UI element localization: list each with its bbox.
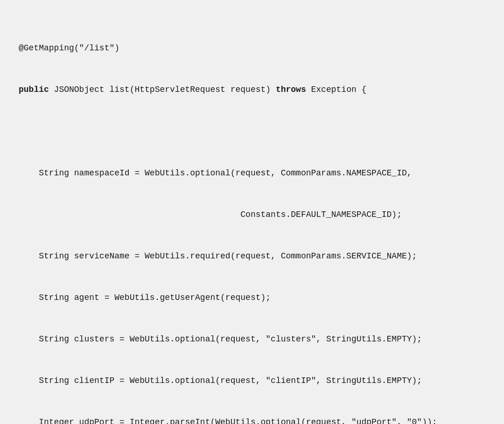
code-line-7: String agent = WebUtils.getUserAgent(req… bbox=[19, 291, 485, 305]
code-line-10: Integer udpPort = Integer.parseInt(WebUt… bbox=[19, 416, 485, 424]
keyword-throws: throws bbox=[276, 85, 306, 94]
code-line-2: public JSONObject list(HttpServletReques… bbox=[19, 83, 485, 97]
code-line-4: String namespaceId = WebUtils.optional(r… bbox=[19, 167, 485, 181]
code-line-9: String clientIP = WebUtils.optional(requ… bbox=[19, 374, 485, 388]
code-container: @GetMapping("/list") public JSONObject l… bbox=[0, 0, 504, 424]
code-line-5: Constants.DEFAULT_NAMESPACE_ID); bbox=[19, 208, 485, 222]
keyword-public: public bbox=[19, 85, 49, 94]
code-line-8: String clusters = WebUtils.optional(requ… bbox=[19, 333, 485, 347]
code-block: @GetMapping("/list") public JSONObject l… bbox=[19, 14, 485, 424]
code-line-3 bbox=[19, 125, 485, 139]
code-line-6: String serviceName = WebUtils.required(r… bbox=[19, 250, 485, 264]
code-line-1: @GetMapping("/list") bbox=[19, 42, 485, 56]
